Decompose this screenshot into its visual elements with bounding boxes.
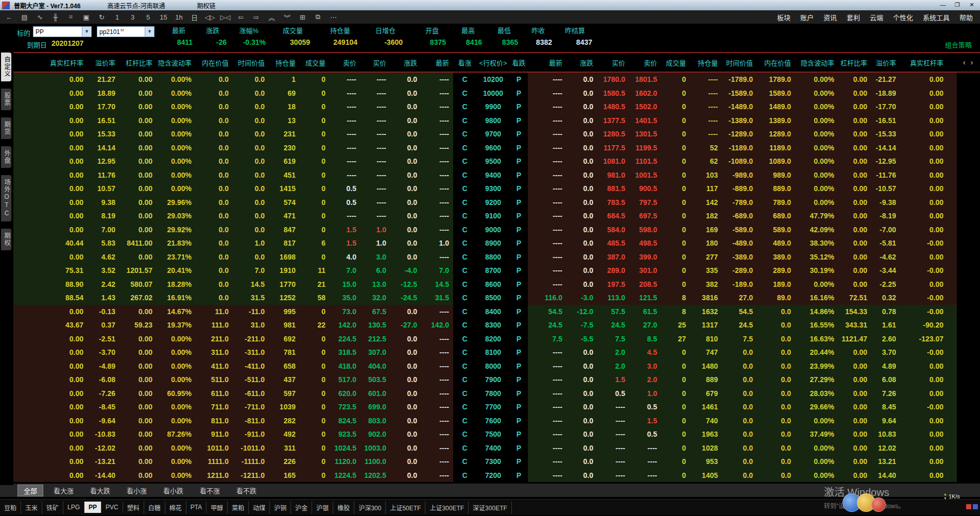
tab-沪深300[interactable]: 沪深300 — [354, 501, 386, 514]
call-column-header-last[interactable]: 最新 — [421, 58, 453, 67]
option-row-7800[interactable]: 0.00-7.260.0060.95%611.0-611.05970620.06… — [13, 387, 980, 401]
filter-看大跌[interactable]: 看大跌 — [84, 485, 116, 496]
strike-price[interactable]: 8700 — [476, 264, 510, 278]
tab-沪金[interactable]: 沪金 — [291, 501, 312, 514]
scroll-right-icon[interactable]: › — [971, 58, 973, 66]
put-column-header-time-value[interactable]: 时间价值 — [722, 58, 757, 67]
menu-item-4[interactable]: 套利 — [847, 12, 860, 22]
put-column-header-premium-rate[interactable]: 溢价率 — [871, 58, 900, 67]
tab-深证300ETF[interactable]: 深证300ETF — [469, 501, 512, 514]
put-column-header-volume[interactable]: 成交量 — [661, 58, 690, 67]
tab-甲醇[interactable]: 甲醇 — [207, 501, 228, 514]
layers-icon[interactable]: ⧉ — [312, 13, 324, 21]
option-row-8700[interactable]: 75.313.521201.5720.41%0.07.01910117.06.0… — [13, 264, 980, 278]
strike-price[interactable]: 10200 — [476, 73, 510, 87]
filter-看大涨[interactable]: 看大涨 — [47, 485, 80, 496]
tab-菜粕[interactable]: 菜粕 — [228, 501, 249, 514]
tab-上证50ETF[interactable]: 上证50ETF — [386, 501, 425, 514]
strike-price[interactable]: 9600 — [476, 141, 510, 155]
tab-沪银[interactable]: 沪银 — [312, 501, 333, 514]
option-row-9200[interactable]: 0.009.380.0029.96%0.00.057400.5----0.0--… — [13, 196, 980, 210]
option-row-7900[interactable]: 0.00-6.080.000.00%511.0-511.04370517.050… — [13, 373, 980, 387]
save-icon[interactable]: ▣ — [80, 13, 92, 21]
strike-price[interactable]: 7700 — [476, 400, 510, 414]
strike-price[interactable]: 9900 — [476, 100, 510, 114]
minimize-button[interactable]: — — [937, 1, 949, 9]
option-row-9700[interactable]: 0.0015.330.000.00%0.00.02310--------0.0-… — [13, 127, 980, 141]
option-row-7600[interactable]: 0.00-9.640.000.00%811.0-811.02820824.580… — [13, 414, 980, 428]
option-row-8100[interactable]: 0.00-3.700.000.00%311.0-311.07810318.530… — [13, 346, 980, 359]
strike-price[interactable]: 10000 — [476, 87, 510, 100]
tab-动煤[interactable]: 动煤 — [249, 501, 270, 514]
contract-select[interactable]: pp2101M ▼ — [97, 26, 154, 37]
call-column-header-implied-vol[interactable]: 隐含波动率 — [157, 58, 196, 67]
status-red-icon[interactable] — [966, 504, 971, 509]
strike-price[interactable]: 8900 — [476, 236, 510, 250]
strike-price[interactable]: 7600 — [476, 414, 510, 428]
tab-塑料[interactable]: 塑料 — [123, 501, 144, 514]
strike-price[interactable]: 9700 — [476, 127, 510, 141]
put-column-header-last[interactable]: 最新 — [528, 58, 566, 67]
strike-price[interactable]: 8500 — [476, 291, 510, 305]
flip-left-right-icon[interactable]: ◁▷ — [204, 13, 216, 21]
filter-看小跌[interactable]: 看小跌 — [157, 485, 190, 496]
timeframe-5-button[interactable]: 5 — [142, 13, 154, 21]
combo-strategy-link[interactable]: 组合策略 — [945, 40, 972, 49]
option-row-9000[interactable]: 0.007.000.0029.92%0.00.084701.51.00.0---… — [13, 223, 980, 237]
strike-price[interactable]: 7500 — [476, 427, 510, 441]
menu-item-5[interactable]: 云端 — [870, 12, 883, 22]
put-column-header-intrinsic-value[interactable]: 内在价值 — [757, 58, 795, 67]
filter-看不跌[interactable]: 看不跌 — [230, 485, 263, 496]
option-row-9800[interactable]: 0.0016.510.000.00%0.00.0130--------0.0--… — [13, 114, 980, 128]
grid-panel-icon[interactable]: ⊞ — [297, 13, 308, 21]
call-column-header-ask[interactable]: 卖价 — [330, 58, 360, 67]
call-column-header-open-interest[interactable]: 持仓量 — [269, 58, 300, 67]
board-icon[interactable]: ▤ — [19, 13, 30, 21]
arrow-right-icon[interactable]: ⇨ — [250, 13, 262, 21]
option-row-8500[interactable]: 88.541.43267.0216.91%0.031.512525835.032… — [13, 291, 980, 305]
menu-item-7[interactable]: 系统工具 — [923, 12, 950, 22]
merge-icon[interactable]: ▷◁ — [219, 13, 231, 21]
order-icon[interactable]: ⌗ — [65, 13, 77, 21]
strike-price[interactable]: 9300 — [476, 182, 510, 196]
tab-豆粕[interactable]: 豆粕 — [0, 501, 21, 514]
strike-price[interactable]: 9400 — [476, 168, 510, 182]
sidebar-item-自定义[interactable]: 自定义 — [1, 53, 11, 81]
strike-price[interactable]: 9100 — [476, 209, 510, 223]
option-row-8800[interactable]: 0.004.620.0023.71%0.00.0169804.03.00.0--… — [13, 250, 980, 264]
option-row-7700[interactable]: 0.00-8.450.000.00%711.0-711.010390723.56… — [13, 400, 980, 414]
tab-铁矿[interactable]: 铁矿 — [42, 501, 63, 514]
call-column-header-intrinsic-value[interactable]: 内在价值 — [196, 58, 233, 67]
status-blue-icon[interactable] — [973, 504, 978, 509]
chevron-down-icon[interactable]: ▼ — [145, 27, 154, 37]
option-row-9100[interactable]: 0.008.190.0029.03%0.00.04710--------0.0-… — [13, 209, 980, 223]
tab-白糖[interactable]: 白糖 — [144, 501, 165, 514]
strike-price[interactable]: 9000 — [476, 223, 510, 237]
put-column-header-open-interest[interactable]: 持仓量 — [690, 58, 722, 67]
collapse-up-icon[interactable]: ︽ — [266, 12, 278, 22]
option-row-10000[interactable]: 0.0018.890.000.00%0.00.0690--------0.0--… — [13, 87, 980, 100]
strike-price[interactable]: 7800 — [476, 387, 510, 401]
menu-item-6[interactable]: 个性化 — [893, 12, 913, 22]
put-column-header-real-leverage[interactable]: 真实杠杆率 — [900, 58, 957, 67]
strike-price[interactable]: 7900 — [476, 373, 510, 387]
timeframe-1-button[interactable]: 1 — [111, 13, 123, 21]
tab-沪铜[interactable]: 沪铜 — [270, 501, 291, 514]
put-flag-header[interactable]: 看跌 — [510, 58, 528, 67]
filter-看小涨[interactable]: 看小涨 — [121, 485, 153, 496]
tab-橡胶[interactable]: 橡胶 — [333, 501, 354, 514]
tab-玉米[interactable]: 玉米 — [21, 501, 42, 514]
timeframe-15-button[interactable]: 15 — [158, 13, 169, 21]
maximize-button[interactable]: ❐ — [951, 1, 964, 9]
option-row-8400[interactable]: 0.00-0.130.0014.67%11.0-11.0995073.067.5… — [13, 305, 980, 319]
filter-看不涨[interactable]: 看不涨 — [194, 485, 226, 496]
call-column-header-time-value[interactable]: 时间价值 — [233, 58, 269, 67]
option-row-9500[interactable]: 0.0012.950.000.00%0.00.06190--------0.0-… — [13, 154, 980, 168]
strike-header[interactable]: <行权价> — [476, 58, 510, 67]
strike-price[interactable]: 9200 — [476, 196, 510, 210]
strike-price[interactable]: 8800 — [476, 250, 510, 264]
refresh-icon[interactable]: ↻ — [96, 13, 108, 21]
call-column-header-change[interactable]: 涨跌 — [390, 58, 421, 67]
scroll-left-icon[interactable]: ‹ — [963, 58, 966, 66]
strike-price[interactable]: 7400 — [476, 441, 510, 455]
